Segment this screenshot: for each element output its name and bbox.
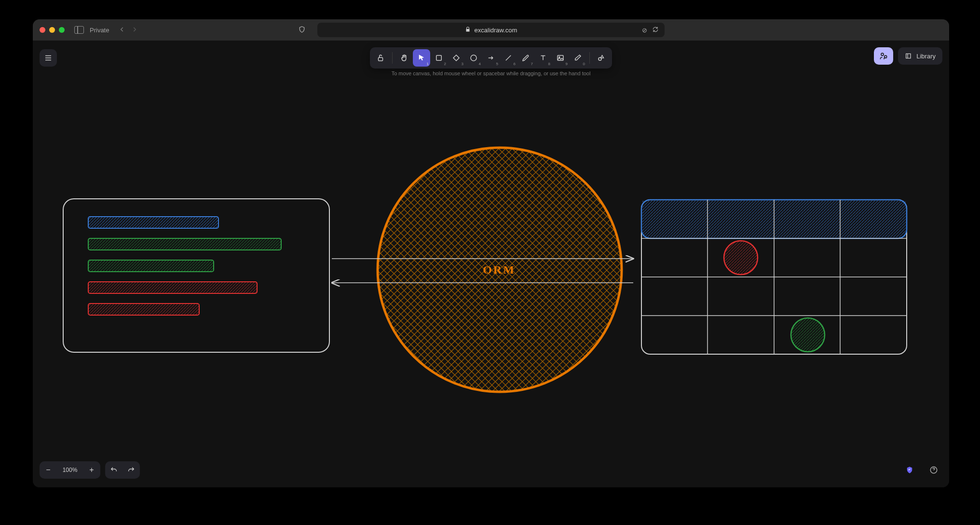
reader-icon[interactable]: ⊘ <box>642 27 647 34</box>
svg-rect-16 <box>641 200 907 354</box>
orm-label[interactable]: ORM <box>480 263 518 276</box>
lock-icon <box>465 27 471 34</box>
code-bars <box>88 217 281 315</box>
zoom-controls: − 100% + <box>40 461 100 479</box>
tool-toolbar: 1 2 3 4 5 6 7 <box>370 47 612 69</box>
browser-window: Private excalidraw.com ⊘ <box>33 19 949 487</box>
app-viewport[interactable]: 1 2 3 4 5 6 7 <box>33 41 949 487</box>
zoom-in-button[interactable]: + <box>83 466 100 474</box>
svg-rect-14 <box>88 282 257 293</box>
redo-button[interactable] <box>122 466 140 474</box>
svg-rect-17 <box>641 200 907 238</box>
tool-image[interactable]: 9 <box>552 49 569 67</box>
tool-select[interactable]: 1 <box>413 49 430 67</box>
svg-rect-11 <box>88 217 218 228</box>
tool-draw-shortcut: 7 <box>531 62 533 66</box>
tool-hand[interactable] <box>395 49 413 67</box>
table-marker-green[interactable] <box>791 318 825 352</box>
orm-circle[interactable] <box>378 148 622 392</box>
url-bar[interactable]: excalidraw.com ⊘ <box>317 23 665 37</box>
svg-rect-15 <box>88 304 199 315</box>
help-button[interactable] <box>925 461 942 479</box>
tool-arrow[interactable]: 5 <box>482 49 500 67</box>
tool-ellipse[interactable]: 4 <box>465 49 482 67</box>
nav-forward-button[interactable] <box>131 26 138 34</box>
svg-rect-13 <box>88 260 214 272</box>
drawing-canvas[interactable] <box>33 41 949 487</box>
tool-image-shortcut: 9 <box>566 62 568 66</box>
toolbar-separator <box>589 52 590 64</box>
status-shield-icon[interactable] <box>901 461 918 479</box>
undo-redo-controls <box>105 461 140 479</box>
tool-eraser[interactable]: 0 <box>569 49 586 67</box>
window-controls <box>40 27 65 33</box>
code-card[interactable] <box>63 199 329 352</box>
browser-titlebar: Private excalidraw.com ⊘ <box>33 19 949 41</box>
tool-shapes[interactable] <box>593 49 610 67</box>
toolbar-separator <box>392 52 393 64</box>
window-maximize-button[interactable] <box>59 27 65 33</box>
tool-diamond-shortcut: 3 <box>462 62 463 66</box>
window-close-button[interactable] <box>40 27 45 33</box>
tool-select-shortcut: 1 <box>427 62 429 66</box>
window-minimize-button[interactable] <box>49 27 55 33</box>
tool-line-shortcut: 6 <box>514 62 516 66</box>
svg-rect-2 <box>379 57 383 61</box>
table-marker-red[interactable] <box>724 241 758 275</box>
svg-rect-5 <box>558 55 563 61</box>
nav-back-button[interactable] <box>119 26 125 34</box>
url-text: excalidraw.com <box>475 27 517 34</box>
svg-point-8 <box>881 53 884 55</box>
tool-draw[interactable]: 7 <box>517 49 534 67</box>
svg-point-4 <box>471 55 476 61</box>
reload-icon[interactable] <box>652 26 659 34</box>
tool-rectangle-shortcut: 2 <box>444 62 446 66</box>
tool-line[interactable]: 6 <box>500 49 517 67</box>
tool-arrow-shortcut: 5 <box>496 62 498 66</box>
menu-button[interactable] <box>40 49 57 67</box>
tool-diamond[interactable]: 3 <box>448 49 465 67</box>
library-button-label: Library <box>916 53 936 60</box>
tool-text-shortcut: 8 <box>548 62 550 66</box>
zoom-value[interactable]: 100% <box>57 467 83 473</box>
zoom-out-button[interactable]: − <box>40 466 57 474</box>
canvas-hint: To move canvas, hold mouse wheel or spac… <box>392 70 591 76</box>
tool-eraser-shortcut: 0 <box>583 62 585 66</box>
svg-rect-12 <box>88 238 281 250</box>
library-button[interactable]: Library <box>898 47 942 65</box>
tool-lock[interactable] <box>372 49 389 67</box>
tool-ellipse-shortcut: 4 <box>479 62 481 66</box>
db-table[interactable] <box>641 200 907 354</box>
shield-icon[interactable] <box>298 26 306 35</box>
tool-rectangle[interactable]: 2 <box>430 49 448 67</box>
sidebar-toggle-icon[interactable] <box>74 26 84 34</box>
tool-text[interactable]: 8 <box>534 49 552 67</box>
svg-rect-3 <box>436 55 442 61</box>
undo-button[interactable] <box>105 466 122 474</box>
private-mode-label: Private <box>90 27 109 34</box>
share-button[interactable] <box>874 47 893 65</box>
